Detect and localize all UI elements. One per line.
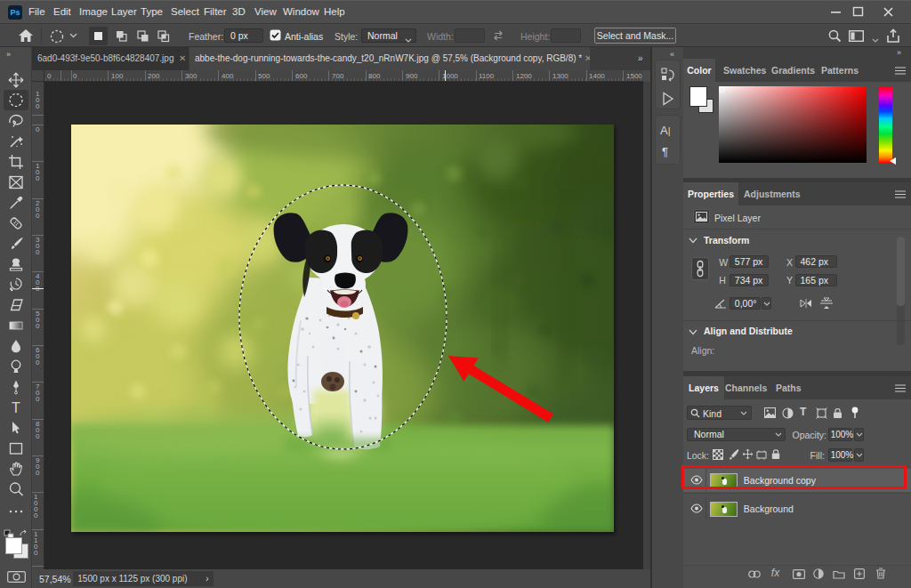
svg-text:T: T [12,400,20,415]
